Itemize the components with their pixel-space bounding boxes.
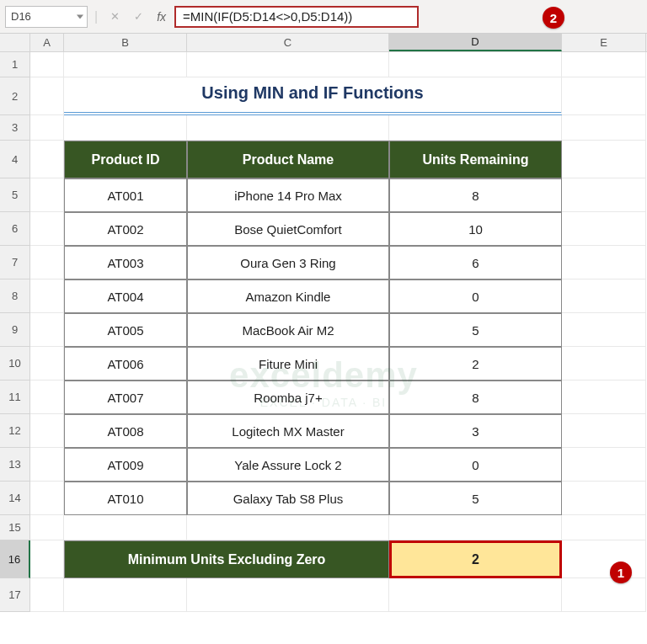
- row-header[interactable]: 16: [0, 540, 30, 578]
- cell[interactable]: [562, 578, 646, 612]
- row-header[interactable]: 11: [0, 381, 30, 414]
- cell[interactable]: [30, 313, 64, 347]
- col-header-C[interactable]: C: [187, 34, 389, 51]
- formula-input[interactable]: =MIN(IF(D5:D14<>0,D5:D14)): [174, 6, 419, 28]
- enter-icon[interactable]: ✓: [128, 7, 148, 27]
- summary-label-cell[interactable]: Minimum Units Excluding Zero: [64, 540, 389, 578]
- cell[interactable]: [30, 540, 64, 578]
- cell-units[interactable]: 10: [389, 212, 562, 246]
- cell-product-name[interactable]: Logitech MX Master: [187, 414, 389, 448]
- row-header[interactable]: 15: [0, 515, 30, 540]
- cell-product-id[interactable]: AT004: [64, 279, 187, 313]
- cell[interactable]: [562, 141, 646, 178]
- cell[interactable]: [30, 279, 64, 313]
- cell[interactable]: [562, 540, 646, 578]
- fx-icon[interactable]: fx: [157, 10, 166, 24]
- cell[interactable]: [30, 578, 64, 612]
- cell[interactable]: [389, 52, 562, 77]
- row-header[interactable]: 12: [0, 414, 30, 448]
- cell-product-id[interactable]: AT007: [64, 381, 187, 414]
- cell[interactable]: [389, 115, 562, 141]
- cell-product-id[interactable]: AT009: [64, 448, 187, 482]
- cell-units[interactable]: 8: [389, 381, 562, 414]
- cell-product-id[interactable]: AT002: [64, 212, 187, 246]
- name-box[interactable]: D16: [5, 6, 88, 28]
- cell[interactable]: [64, 52, 187, 77]
- cell[interactable]: [562, 212, 646, 246]
- cell-product-id[interactable]: AT003: [64, 246, 187, 279]
- cell[interactable]: [562, 482, 646, 515]
- cell-units[interactable]: 5: [389, 313, 562, 347]
- summary-value-cell[interactable]: 2: [389, 540, 562, 578]
- row-header[interactable]: 9: [0, 313, 30, 347]
- row-header[interactable]: 10: [0, 347, 30, 381]
- cell-units[interactable]: 3: [389, 414, 562, 448]
- cell[interactable]: [30, 77, 64, 115]
- row-header[interactable]: 14: [0, 482, 30, 515]
- row-header[interactable]: 2: [0, 77, 30, 115]
- cell-product-name[interactable]: Bose QuietComfort: [187, 212, 389, 246]
- cell-product-id[interactable]: AT010: [64, 482, 187, 515]
- cell[interactable]: [30, 448, 64, 482]
- cell-product-name[interactable]: iPhone 14 Pro Max: [187, 178, 389, 212]
- cell[interactable]: [187, 515, 389, 540]
- row-header[interactable]: 4: [0, 141, 30, 178]
- cell[interactable]: [389, 578, 562, 612]
- col-header-B[interactable]: B: [64, 34, 187, 51]
- cell[interactable]: [64, 515, 187, 540]
- col-header-D[interactable]: D: [389, 34, 562, 51]
- cell[interactable]: [30, 212, 64, 246]
- cell[interactable]: [562, 414, 646, 448]
- col-header-E[interactable]: E: [562, 34, 646, 51]
- row-header[interactable]: 3: [0, 115, 30, 141]
- spreadsheet-grid[interactable]: A B C D E 1 2 Using MIN and IF Functions…: [0, 34, 647, 644]
- cell-product-id[interactable]: AT006: [64, 347, 187, 381]
- row-header[interactable]: 5: [0, 178, 30, 212]
- cell[interactable]: [30, 414, 64, 448]
- cell-product-id[interactable]: AT005: [64, 313, 187, 347]
- row-header[interactable]: 17: [0, 578, 30, 612]
- cell-product-id[interactable]: AT008: [64, 414, 187, 448]
- row-header[interactable]: 8: [0, 279, 30, 313]
- cell[interactable]: [64, 578, 187, 612]
- cell-product-name[interactable]: Galaxy Tab S8 Plus: [187, 482, 389, 515]
- cell-units[interactable]: 0: [389, 279, 562, 313]
- cell[interactable]: [562, 347, 646, 381]
- col-header-A[interactable]: A: [30, 34, 64, 51]
- cell[interactable]: [30, 347, 64, 381]
- cell-product-name[interactable]: MacBook Air M2: [187, 313, 389, 347]
- cell[interactable]: [187, 578, 389, 612]
- row-header[interactable]: 6: [0, 212, 30, 246]
- cell[interactable]: [30, 52, 64, 77]
- cell[interactable]: [389, 515, 562, 540]
- cell[interactable]: [562, 448, 646, 482]
- cell[interactable]: [562, 77, 646, 115]
- cell[interactable]: [30, 482, 64, 515]
- cell[interactable]: [562, 515, 646, 540]
- cell-product-name[interactable]: Amazon Kindle: [187, 279, 389, 313]
- cell[interactable]: [64, 115, 187, 141]
- cell[interactable]: [30, 246, 64, 279]
- cell[interactable]: [30, 178, 64, 212]
- cell-product-name[interactable]: Fiture Mini: [187, 347, 389, 381]
- cell[interactable]: [562, 381, 646, 414]
- cell[interactable]: [30, 141, 64, 178]
- cell[interactable]: [562, 178, 646, 212]
- row-header[interactable]: 1: [0, 52, 30, 77]
- cell-product-id[interactable]: AT001: [64, 178, 187, 212]
- cell-units[interactable]: 0: [389, 448, 562, 482]
- header-units-remaining[interactable]: Units Remaining: [389, 141, 562, 178]
- row-header[interactable]: 13: [0, 448, 30, 482]
- cell-units[interactable]: 5: [389, 482, 562, 515]
- row-header[interactable]: 7: [0, 246, 30, 279]
- cell[interactable]: [562, 115, 646, 141]
- cell[interactable]: [562, 313, 646, 347]
- cell[interactable]: [187, 52, 389, 77]
- cell-units[interactable]: 8: [389, 178, 562, 212]
- cell[interactable]: [30, 381, 64, 414]
- cell[interactable]: [562, 246, 646, 279]
- header-product-id[interactable]: Product ID: [64, 141, 187, 178]
- cell-units[interactable]: 2: [389, 347, 562, 381]
- cell[interactable]: [562, 52, 646, 77]
- cancel-icon[interactable]: ✕: [104, 7, 125, 27]
